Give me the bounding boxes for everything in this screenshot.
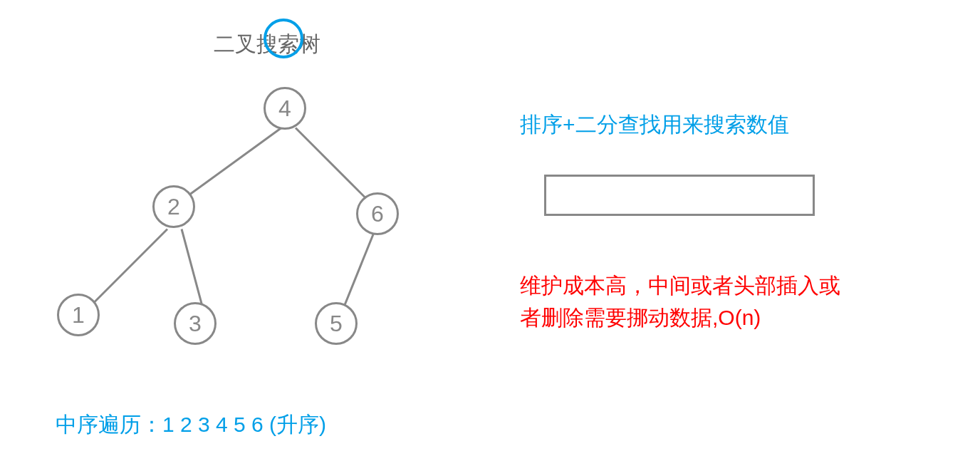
traversal-label: 中序遍历：1 2 3 4 5 6 (升序) bbox=[56, 410, 326, 440]
tree-node-6: 6 bbox=[356, 192, 399, 235]
tree-node-4: 4 bbox=[264, 87, 306, 130]
right-red-text: 维护成本高，中间或者头部插入或 者删除需要挪动数据,O(n) bbox=[520, 269, 840, 333]
node-label: 4 bbox=[278, 95, 291, 122]
node-label: 5 bbox=[330, 311, 343, 337]
tree-node-2: 2 bbox=[152, 185, 195, 228]
node-label: 2 bbox=[167, 194, 180, 220]
diagram-canvas: 二叉搜索树 4 2 6 1 3 5 中序遍历：1 2 3 4 5 6 (升序) … bbox=[0, 0, 980, 466]
tree-node-1: 1 bbox=[57, 294, 100, 336]
node-label: 6 bbox=[371, 201, 384, 227]
node-label: 1 bbox=[72, 302, 85, 328]
tree-node-5: 5 bbox=[315, 302, 358, 345]
edge-4-2 bbox=[180, 127, 282, 202]
node-label: 3 bbox=[189, 311, 202, 337]
tree-node-3: 3 bbox=[174, 302, 217, 345]
highlight-circle bbox=[264, 19, 303, 58]
array-rect bbox=[544, 175, 815, 216]
right-blue-text: 排序+二分查找用来搜索数值 bbox=[520, 110, 789, 140]
